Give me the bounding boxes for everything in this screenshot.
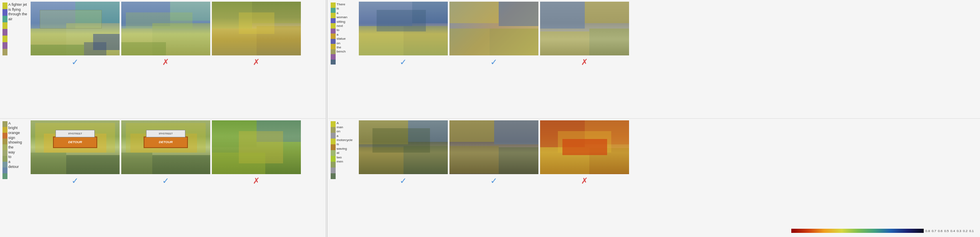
color-block	[331, 173, 336, 179]
heatmap-statue1	[359, 2, 448, 55]
color-block	[331, 162, 336, 168]
left-panel: A fighter jet is flying through the air …	[0, 0, 326, 237]
color-block	[331, 133, 336, 139]
image-group-statue2: ✓	[449, 2, 538, 117]
check-statue2: ✓	[490, 57, 497, 67]
image-group-jet3: ✗	[212, 2, 301, 117]
colorbar-label-02: 0.2	[963, 229, 968, 233]
color-block	[331, 44, 336, 49]
color-strip-detour	[2, 121, 7, 183]
color-block	[2, 133, 7, 139]
panel-divider	[327, 0, 327, 237]
color-block	[2, 2, 7, 9]
image-group-moto1: ✓	[359, 120, 448, 236]
color-strip-jet	[2, 2, 7, 65]
color-block	[331, 49, 336, 55]
fighter-jet-row: A fighter jet is flying through the air …	[0, 0, 326, 119]
caption-text-statue: Thereisawomansittingnexttoastatueonthebe…	[336, 2, 356, 116]
caption-text-jet: A fighter jet is flying through the air	[8, 2, 28, 116]
color-block	[2, 144, 7, 150]
color-block	[2, 162, 7, 168]
image-group-moto2: ✓	[449, 120, 538, 236]
check-detour2: ✓	[162, 176, 169, 186]
colorbar-label-03: 0.3	[957, 229, 961, 233]
check-jet1: ✓	[72, 57, 79, 67]
heatmap-moto2	[449, 120, 538, 174]
color-block	[331, 150, 336, 156]
check-moto1: ✓	[400, 176, 407, 186]
check-detour1: ✓	[72, 176, 79, 186]
image-group-detour2: DETOUR 9TH STREET ✓	[121, 120, 210, 236]
color-block	[2, 168, 7, 173]
heatmap-statue3	[540, 2, 629, 55]
check-jet3: ✗	[253, 57, 260, 67]
caption-area-statue: Thereisawomansittingnexttoastatueonthebe…	[329, 2, 358, 117]
woman-statue-row: Thereisawomansittingnexttoastatueonthebe…	[328, 0, 980, 119]
color-block	[2, 29, 7, 36]
check-statue3: ✗	[581, 57, 588, 67]
image-group-jet1: ✓	[31, 2, 120, 117]
color-block	[331, 156, 336, 162]
color-block	[2, 16, 7, 22]
caption-text-moto: Amanonamotorcycleiswavingattwomen	[336, 121, 356, 235]
heatmap-jet3	[212, 2, 301, 55]
detour-row: Abrightorangesignshowingthewaytoadetour …	[0, 119, 326, 237]
check-detour3: ✗	[253, 176, 260, 186]
color-block	[331, 2, 336, 8]
color-block	[331, 34, 336, 39]
color-block	[331, 121, 336, 127]
heatmap-jet1	[31, 2, 120, 55]
caption-area-detour: Abrightorangesignshowingthewaytoadetour	[1, 120, 30, 236]
heatmap-statue2	[449, 2, 538, 55]
color-block	[331, 39, 336, 44]
color-block	[331, 144, 336, 150]
heatmap-moto3	[540, 120, 629, 174]
color-strip-moto	[331, 121, 336, 183]
color-block	[331, 23, 336, 29]
main-container: A fighter jet is flying through the air …	[0, 0, 980, 237]
color-block	[2, 156, 7, 162]
color-block	[331, 13, 336, 18]
heatmap-jet2	[121, 2, 210, 55]
image-group-detour3: ✗	[212, 120, 301, 236]
color-block	[2, 42, 7, 49]
image-group-statue1: ✓	[359, 2, 448, 117]
check-jet2: ✗	[162, 57, 169, 67]
color-block	[331, 127, 336, 133]
color-block	[2, 139, 7, 144]
caption-text-detour: Abrightorangesignshowingthewaytoadetour	[8, 121, 28, 235]
colorbar-label-08: 0.8	[925, 229, 930, 233]
caption-area-moto: Amanonamotorcycleiswavingattwomen	[329, 120, 358, 236]
image-group-detour1: DETOUR 9TH STREET ✓	[31, 120, 120, 236]
image-group-jet2: ✗	[121, 2, 210, 117]
motorcycle-row: Amanonamotorcycleiswavingattwomen ✓	[328, 119, 980, 237]
colorbar-label-06: 0.6	[938, 229, 942, 233]
color-block	[2, 127, 7, 133]
right-panel: Thereisawomansittingnexttoastatueonthebe…	[328, 0, 980, 237]
caption-area-jet: A fighter jet is flying through the air	[1, 2, 30, 117]
colorbar-label-05: 0.5	[944, 229, 949, 233]
check-moto3: ✗	[581, 176, 588, 186]
color-block	[2, 22, 7, 29]
color-block	[331, 139, 336, 144]
color-block	[2, 9, 7, 16]
colorbar-label-01: 0.1	[969, 229, 974, 233]
check-statue1: ✓	[400, 57, 407, 67]
color-block	[2, 36, 7, 42]
color-block	[331, 168, 336, 173]
image-group-statue3: ✗	[540, 2, 629, 117]
color-strip-statue	[331, 2, 336, 65]
heatmap-detour3	[212, 120, 301, 174]
color-block	[2, 150, 7, 156]
colorbar-label-07: 0.7	[932, 229, 936, 233]
image-group-moto3: ✗	[540, 120, 629, 236]
colorbar-label-04: 0.4	[951, 229, 955, 233]
color-block	[2, 49, 7, 55]
colorbar-gradient	[791, 229, 924, 233]
colorbar-container: 0.8 0.7 0.6 0.5 0.4 0.3 0.2 0.1	[791, 229, 974, 233]
color-block	[331, 29, 336, 34]
check-moto2: ✓	[490, 176, 497, 186]
heatmap-moto1	[359, 120, 448, 174]
heatmap-detour2: DETOUR 9TH STREET	[121, 120, 210, 174]
color-block	[331, 54, 336, 60]
